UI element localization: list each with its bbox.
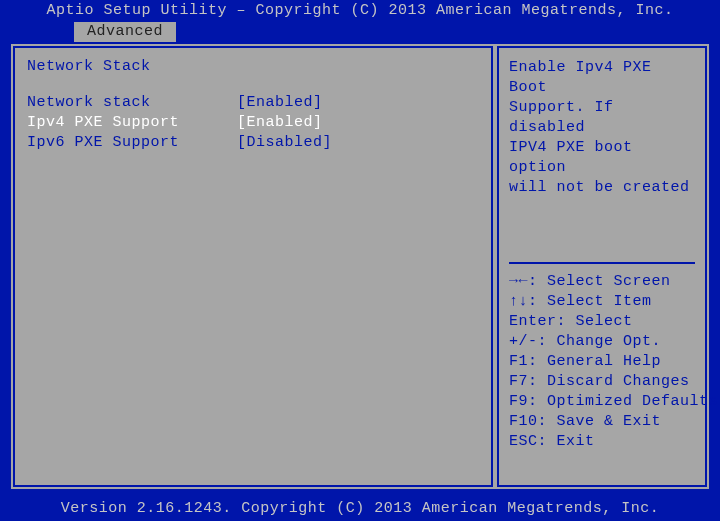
- row-network-stack[interactable]: Network stack [Enabled]: [27, 93, 479, 113]
- hint-enter: Enter: Select: [509, 312, 695, 332]
- settings-pane: Network Stack Network stack [Enabled] Ip…: [13, 46, 493, 487]
- hint-select-screen: →←: Select Screen: [509, 272, 695, 292]
- help-pane: Enable Ipv4 PXE Boot Support. If disable…: [497, 46, 707, 487]
- setting-value: [Enabled]: [237, 93, 323, 113]
- footer-bar: Version 2.16.1243. Copyright (C) 2013 Am…: [0, 497, 720, 521]
- tab-label: Advanced: [87, 23, 163, 40]
- setting-label: Network stack: [27, 93, 237, 113]
- section-title: Network Stack: [27, 58, 479, 75]
- key-hints: →←: Select Screen ↑↓: Select Item Enter:…: [509, 272, 695, 452]
- setting-label: Ipv6 PXE Support: [27, 133, 237, 153]
- help-line: Enable Ipv4 PXE Boot: [509, 58, 695, 98]
- hint-f7: F7: Discard Changes: [509, 372, 695, 392]
- help-line: will not be created: [509, 178, 695, 198]
- bios-screen: Aptio Setup Utility – Copyright (C) 2013…: [0, 0, 720, 521]
- help-line: IPV4 PXE boot option: [509, 138, 695, 178]
- main-panel: Network Stack Network stack [Enabled] Ip…: [9, 42, 711, 491]
- footer-text: Version 2.16.1243. Copyright (C) 2013 Am…: [61, 500, 660, 517]
- hint-f1: F1: General Help: [509, 352, 695, 372]
- row-ipv4-pxe[interactable]: Ipv4 PXE Support [Enabled]: [27, 113, 479, 133]
- hint-change-opt: +/-: Change Opt.: [509, 332, 695, 352]
- title-bar: Aptio Setup Utility – Copyright (C) 2013…: [0, 0, 720, 22]
- hint-f10: F10: Save & Exit: [509, 412, 695, 432]
- hint-f9: F9: Optimized Defaults: [509, 392, 695, 412]
- help-line: Support. If disabled: [509, 98, 695, 138]
- title-text: Aptio Setup Utility – Copyright (C) 2013…: [46, 2, 673, 19]
- setting-value: [Disabled]: [237, 133, 332, 153]
- row-ipv6-pxe[interactable]: Ipv6 PXE Support [Disabled]: [27, 133, 479, 153]
- help-text: Enable Ipv4 PXE Boot Support. If disable…: [509, 58, 695, 258]
- setting-label: Ipv4 PXE Support: [27, 113, 237, 133]
- tab-row: Advanced: [0, 22, 720, 42]
- hint-select-item: ↑↓: Select Item: [509, 292, 695, 312]
- setting-value: [Enabled]: [237, 113, 323, 133]
- divider: [509, 262, 695, 264]
- tab-advanced[interactable]: Advanced: [74, 22, 176, 42]
- hint-esc: ESC: Exit: [509, 432, 695, 452]
